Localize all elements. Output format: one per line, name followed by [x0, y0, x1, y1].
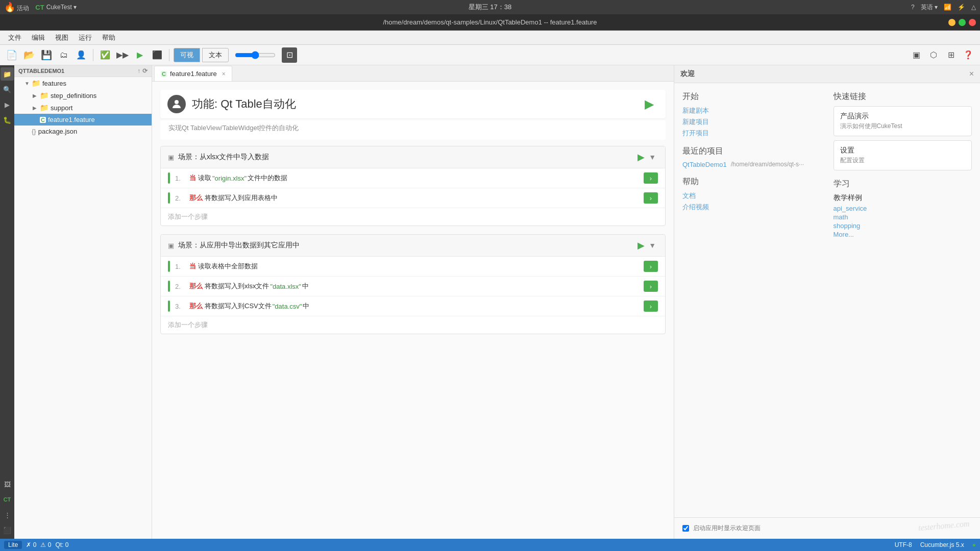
scenario-1: ▣ 场景：从xlsx文件中导入数据 ▶ ▼ 1. 当 读取 "origin.xl… — [160, 146, 666, 226]
welcome-close-btn[interactable]: × — [969, 69, 974, 79]
welcome-example-more[interactable]: More... — [834, 231, 972, 238]
welcome-examples-title: 教学样例 — [834, 193, 972, 203]
app-name[interactable]: CukeTest ▾ — [46, 4, 77, 11]
save-btn[interactable]: 💾 — [39, 47, 54, 63]
activity-debug[interactable]: 🐛 — [1, 113, 14, 127]
help-icon[interactable]: ? — [911, 4, 915, 11]
activity-bottom-3[interactable]: ⋮ — [1, 508, 14, 521]
toolbar-btn-2[interactable]: ⬡ — [926, 47, 941, 63]
preview-btn[interactable]: ⊡ — [282, 47, 297, 63]
scenario-1-step-1-run-btn[interactable]: › — [644, 172, 658, 184]
save-all-btn[interactable]: 🗂 — [56, 47, 71, 63]
status-errors: ✗ 0 — [26, 541, 36, 548]
run-all-btn[interactable]: ▶▶ — [115, 47, 130, 63]
scenario-1-collapse-btn[interactable]: ▼ — [647, 153, 658, 161]
scenario-1-step-1: 1. 当 读取 "origin.xlsx" 文件中的数据 › — [161, 168, 665, 188]
scenario-2-step-2-run-btn[interactable]: › — [644, 281, 658, 292]
network-icon: 📶 — [944, 4, 951, 11]
welcome-title: 欢迎 — [680, 69, 695, 79]
welcome-docs-link[interactable]: 文档 — [682, 191, 821, 201]
scenario-2-collapse-btn[interactable]: ▼ — [647, 241, 658, 249]
scenario-1-step-2: 2. 那么 将数据写入到应用表格中 › — [161, 188, 665, 208]
toolbar-btn-1[interactable]: ▣ — [909, 47, 924, 63]
welcome-new-script-link[interactable]: 新建剧本 — [682, 106, 821, 115]
scenario-2-step-3: 3. 那么 将数据写入到CSV文件 "data.csv" 中 › — [161, 296, 665, 316]
tree-item-features[interactable]: ▼ 📁 features — [14, 77, 152, 89]
scenario-2-icon: ▣ — [168, 242, 174, 249]
scenario-2-step-1: 1. 当 读取表格中全部数据 › — [161, 257, 665, 277]
scenario-2-add-step[interactable]: 添加一个步骤 — [161, 316, 665, 334]
toolbar-btn-3[interactable]: ⊞ — [943, 47, 959, 63]
scenario-1-add-step[interactable]: 添加一个步骤 — [161, 208, 665, 226]
profile-btn[interactable]: 👤 — [74, 47, 89, 63]
scenario-1-icon: ▣ — [168, 154, 174, 161]
tree-item-feature1[interactable]: C feature1.feature — [14, 114, 152, 126]
feature-title: 功能: Qt Table自动化 — [192, 96, 640, 112]
scenario-2-run-btn[interactable]: ▶ — [635, 240, 647, 251]
tab-close-btn[interactable]: × — [222, 70, 226, 78]
file-tree-header: QTTABLEDEMO1 ↑ ⟳ — [14, 65, 152, 77]
check-btn[interactable]: ✅ — [97, 47, 113, 63]
tree-item-support[interactable]: ▶ 📁 support — [14, 102, 152, 114]
welcome-help-title: 帮助 — [682, 177, 821, 187]
scenario-2-step-1-run-btn[interactable]: › — [644, 261, 658, 272]
activity-bottom-1[interactable]: 🖼 — [1, 478, 14, 491]
welcome-example-shopping[interactable]: shopping — [834, 222, 972, 230]
toolbar-btn-4[interactable]: ❓ — [961, 47, 976, 63]
menu-help[interactable]: 帮助 — [98, 32, 119, 43]
editor-tab-feature1[interactable]: C feature1.feature × — [154, 66, 232, 81]
welcome-quicklinks-card-2[interactable]: 设置 配置设置 — [834, 140, 972, 170]
window-controls[interactable] — [948, 19, 976, 26]
status-mode: Lite — [4, 541, 22, 549]
welcome-recent-name-1[interactable]: QtTableDemo1 — [682, 161, 727, 168]
welcome-card-2-title: 设置 — [840, 146, 966, 155]
welcome-card-2-desc: 配置设置 — [840, 156, 966, 165]
welcome-learn-section: 学习 教学样例 api_service math shopping More..… — [834, 179, 972, 238]
maximize-btn[interactable] — [959, 19, 966, 26]
tree-collapse-btn[interactable]: ↑ — [137, 67, 140, 74]
system-clock: 星期三 17：38 — [469, 3, 512, 12]
activity-terminal[interactable]: ⬛ — [1, 523, 14, 537]
scenario-2-step-3-run-btn[interactable]: › — [644, 300, 658, 312]
activity-bottom-2[interactable]: CT — [1, 493, 14, 506]
welcome-learn-title: 学习 — [834, 179, 972, 189]
welcome-example-api[interactable]: api_service — [834, 205, 972, 212]
status-cucumber[interactable]: Cucumber.js 5.x — [920, 541, 964, 548]
scenario-2: ▣ 场景：从应用中导出数据到其它应用中 ▶ ▼ 1. 当 读取表格中全部数据 › — [160, 234, 666, 334]
run-green-btn[interactable]: ▶ — [132, 47, 148, 63]
activity-run[interactable]: ▶ — [1, 98, 14, 111]
scenario-1-step-2-run-btn[interactable]: › — [644, 192, 658, 204]
feature-run-btn[interactable]: ▶ — [640, 95, 658, 113]
welcome-new-project-link[interactable]: 新建项目 — [682, 117, 821, 127]
text-toggle[interactable]: 文本 — [202, 48, 229, 62]
visual-toggle[interactable]: 可视 — [174, 48, 200, 62]
menu-edit[interactable]: 编辑 — [28, 32, 49, 43]
language-selector[interactable]: 英语 ▾ — [921, 3, 938, 12]
menu-run[interactable]: 运行 — [75, 32, 96, 43]
welcome-open-project-link[interactable]: 打开项目 — [682, 129, 821, 138]
welcome-recent-title: 最近的项目 — [682, 146, 821, 157]
open-folder-btn[interactable]: 📂 — [21, 47, 37, 63]
menu-view[interactable]: 视图 — [51, 32, 72, 43]
settings-icon[interactable]: △ — [971, 4, 976, 11]
status-encoding[interactable]: UTF-8 — [895, 541, 912, 548]
activity-files[interactable]: 📁 — [1, 67, 14, 81]
new-file-btn[interactable]: 📄 — [4, 47, 19, 63]
activity-search[interactable]: 🔍 — [1, 83, 14, 96]
scenario-2-header[interactable]: ▣ 场景：从应用中导出数据到其它应用中 ▶ ▼ — [161, 235, 665, 257]
minimize-btn[interactable] — [948, 19, 955, 26]
scenario-1-header[interactable]: ▣ 场景：从xlsx文件中导入数据 ▶ ▼ — [161, 146, 665, 168]
welcome-video-link[interactable]: 介绍视频 — [682, 203, 821, 212]
zoom-slider[interactable] — [235, 51, 276, 59]
stop-btn[interactable]: ⬛ — [150, 47, 165, 63]
welcome-example-math[interactable]: math — [834, 213, 972, 221]
tree-item-step-definitions[interactable]: ▶ 📁 step_definitions — [14, 89, 152, 102]
scenario-1-run-btn[interactable]: ▶ — [635, 152, 647, 163]
tree-refresh-btn[interactable]: ⟳ — [142, 67, 148, 74]
svg-point-0 — [175, 100, 179, 104]
welcome-quicklinks-card-1[interactable]: 产品演示 演示如何使用CukeTest — [834, 106, 972, 136]
menu-file[interactable]: 文件 — [4, 32, 26, 43]
welcome-show-checkbox[interactable] — [682, 525, 689, 532]
tree-item-package-json[interactable]: {} package.json — [14, 126, 152, 137]
close-btn[interactable] — [969, 19, 976, 26]
